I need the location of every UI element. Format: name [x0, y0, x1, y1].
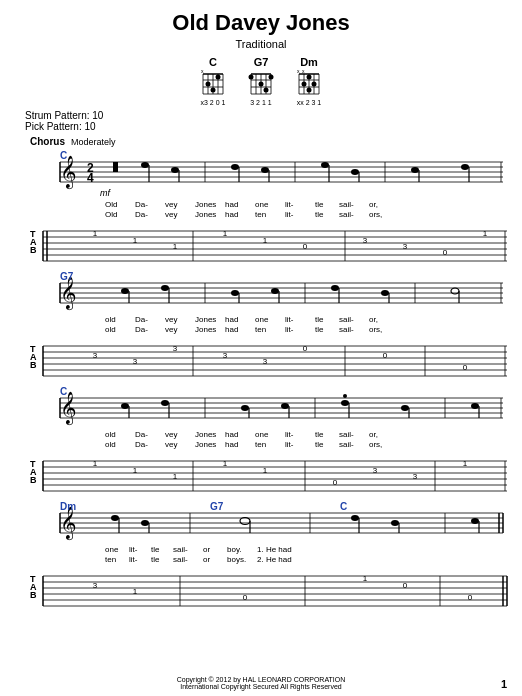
strum-pattern: Strum Pattern: 10 Pick Pattern: 10 — [25, 110, 502, 132]
chord-label-g7: G7 — [60, 271, 73, 282]
chord-g7: G7 3 2 1 1 — [246, 56, 276, 106]
svg-text:1: 1 — [133, 236, 138, 245]
svg-text:1: 1 — [223, 229, 228, 238]
svg-text:B: B — [30, 360, 37, 370]
svg-point-108 — [231, 290, 239, 296]
svg-point-10 — [206, 82, 211, 87]
lyrics-row-2a: old Da- vey Jones had one lit- tle sail-… — [20, 315, 502, 324]
svg-text:1: 1 — [173, 472, 178, 481]
section-2: G7 𝄞 — [20, 269, 502, 378]
svg-point-166 — [471, 403, 479, 409]
svg-point-39 — [312, 82, 317, 87]
svg-point-201 — [141, 520, 149, 526]
svg-text:1: 1 — [483, 229, 488, 238]
svg-point-204 — [240, 518, 250, 525]
svg-text:1: 1 — [173, 242, 178, 251]
chord-g7-fingers: 3 2 1 1 — [250, 99, 271, 106]
svg-text:0: 0 — [383, 351, 388, 360]
svg-point-57 — [231, 164, 239, 170]
chord-dm-grid: x x — [294, 70, 324, 98]
svg-text:3: 3 — [223, 351, 228, 360]
svg-point-59 — [261, 167, 269, 173]
staff-4: 𝄞 — [25, 499, 507, 545]
svg-point-25 — [264, 88, 269, 93]
svg-text:0: 0 — [468, 593, 473, 602]
svg-point-52 — [141, 162, 149, 168]
section-4: Dm G7 C 𝄞 — [20, 499, 502, 608]
copyright-footer: Copyright © 2012 by HAL LEONARD CORPORAT… — [0, 676, 522, 690]
svg-point-67 — [411, 167, 419, 173]
svg-point-152 — [161, 400, 169, 406]
page-number: 1 — [501, 678, 507, 690]
svg-text:3: 3 — [403, 242, 408, 251]
chord-label-dm: Dm — [60, 501, 76, 512]
svg-text:3: 3 — [263, 357, 268, 366]
svg-text:1: 1 — [93, 459, 98, 468]
svg-text:3: 3 — [173, 344, 178, 353]
svg-point-37 — [307, 75, 312, 80]
svg-point-212 — [471, 518, 479, 524]
svg-point-11 — [211, 88, 216, 93]
chord-g7-label: G7 — [254, 56, 269, 68]
svg-text:3: 3 — [133, 357, 138, 366]
chorus-label: Chorus — [30, 136, 65, 147]
svg-text:0: 0 — [443, 248, 448, 257]
svg-text:B: B — [30, 590, 37, 600]
lyrics-row-3b: old Da- vey Jones had ten lit- tle sail-… — [20, 440, 502, 449]
svg-point-9 — [216, 75, 221, 80]
svg-text:1: 1 — [133, 587, 138, 596]
svg-text:1: 1 — [463, 459, 468, 468]
svg-point-115 — [381, 290, 389, 296]
svg-text:1: 1 — [263, 466, 268, 475]
svg-text:0: 0 — [403, 581, 408, 590]
svg-text:3: 3 — [363, 236, 368, 245]
svg-text:0: 0 — [243, 593, 248, 602]
svg-point-110 — [271, 288, 279, 294]
svg-point-207 — [351, 515, 359, 521]
svg-point-155 — [241, 405, 249, 411]
svg-point-160 — [341, 400, 349, 406]
svg-text:3: 3 — [373, 466, 378, 475]
lyrics-row-1b: Old Da- vey Jones had ten lit- tle sail-… — [20, 210, 502, 219]
svg-text:1: 1 — [133, 466, 138, 475]
svg-text:3: 3 — [93, 581, 98, 590]
svg-text:4: 4 — [87, 171, 94, 185]
section-3: C 𝄞 — [20, 384, 502, 493]
chord-label-g7-2: G7 — [210, 501, 223, 512]
tab-staff-4: T A B 3 1 0 1 0 0 — [25, 566, 512, 608]
chord-c-label: C — [209, 56, 217, 68]
chord-label-c1: C — [60, 150, 67, 161]
svg-point-150 — [121, 403, 129, 409]
staff-3: 𝄞 — [25, 384, 507, 430]
svg-text:0: 0 — [303, 344, 308, 353]
lyrics-row-4b: ten lit- tle sail- or boys. 2. He had — [20, 555, 502, 564]
svg-point-209 — [391, 520, 399, 526]
svg-rect-51 — [113, 162, 118, 172]
svg-point-54 — [171, 167, 179, 173]
svg-point-22 — [249, 75, 254, 80]
page: Old Davey Jones Traditional C — [0, 0, 522, 696]
staff-1: 𝄞 2 4 mf — [25, 148, 507, 200]
chord-c-fingers: x3 2 0 1 — [201, 99, 226, 106]
chord-dm: Dm x x — [294, 56, 324, 106]
svg-point-162 — [343, 394, 347, 398]
chord-c: C x — [198, 56, 228, 106]
lyrics-row-4a: one lit- tle sail- or boy. 1. He had — [20, 545, 502, 554]
chord-g7-grid — [246, 70, 276, 98]
chord-label-c3: C — [340, 501, 347, 512]
svg-text:mf: mf — [100, 188, 111, 198]
lyrics-row-3a: old Da- vey Jones had one lit- tle sail-… — [20, 430, 502, 439]
svg-text:0: 0 — [463, 363, 468, 372]
svg-text:1: 1 — [363, 574, 368, 583]
svg-point-163 — [401, 405, 409, 411]
svg-point-105 — [161, 285, 169, 291]
staff-2: 𝄞 — [25, 269, 507, 315]
tab-staff-2: T A B 3 3 3 3 3 0 0 0 — [25, 336, 512, 378]
svg-point-38 — [302, 82, 307, 87]
svg-point-64 — [351, 169, 359, 175]
svg-text:1: 1 — [223, 459, 228, 468]
chord-dm-fingers: xx 2 3 1 — [297, 99, 322, 106]
svg-point-62 — [321, 162, 329, 168]
song-title: Old Davey Jones — [20, 10, 502, 36]
section-1: Chorus Moderately C 𝄞 2 4 mf — [20, 136, 502, 263]
